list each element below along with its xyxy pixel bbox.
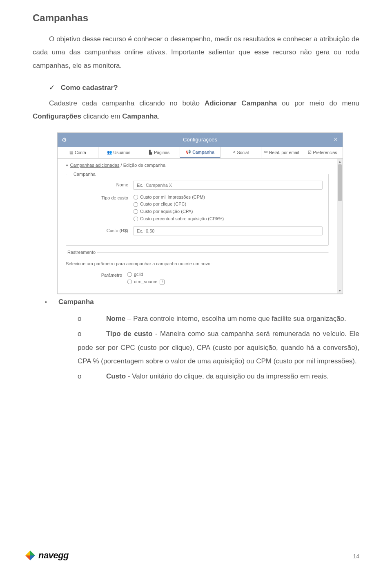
mail-icon: ✉ <box>264 150 267 155</box>
radio-cpa[interactable]: Custo por aquisição (CPA) <box>133 208 323 215</box>
bullet-campanha-title: •Campanha <box>45 298 359 306</box>
check-icon: ✓ <box>49 84 55 92</box>
intro-paragraph: O objetivo desse recurso é conhecer o de… <box>33 33 359 72</box>
campaign-icon: 📢 <box>186 150 191 154</box>
svg-marker-0 <box>30 551 35 555</box>
modal-title: Configurações <box>183 137 217 143</box>
scroll-up-icon[interactable]: ▴ <box>337 159 343 164</box>
tab-conta[interactable]: ▤Conta <box>58 147 98 158</box>
users-icon: 👥 <box>107 150 112 155</box>
gear-icon: ⚙ <box>62 137 67 143</box>
breadcrumb-current: Edição de campanha <box>123 163 165 168</box>
scroll-thumb[interactable] <box>338 164 342 201</box>
svg-marker-3 <box>30 555 35 560</box>
tab-social[interactable]: <Social <box>220 147 261 158</box>
share-icon: < <box>233 150 236 155</box>
page-number: 14 <box>343 552 359 560</box>
breadcrumb-link[interactable]: Campanhas adicionadas <box>70 163 119 168</box>
check-icon: ☑ <box>308 150 312 155</box>
fieldset-campanha: Campanha Nome Tipo de custo Custo por mi… <box>66 172 329 246</box>
label-custo: Custo (R$) <box>72 226 133 233</box>
page-footer: navegg 14 <box>24 550 359 561</box>
radio-cpa-pct[interactable]: Custo percentual sobre aquisição (CPA%) <box>133 215 323 223</box>
legend-rastreamento: Rastreamento <box>66 250 97 255</box>
radio-gclid[interactable]: gclid <box>127 271 329 278</box>
label-tipo: Tipo de custo <box>72 194 133 200</box>
tabs-bar: ▤Conta 👥Usuários ▙Páginas 📢Campanha <Soc… <box>58 147 343 159</box>
label-parametro: Parâmetro <box>66 271 127 278</box>
tab-paginas[interactable]: ▙Páginas <box>139 147 180 158</box>
tracking-hint: Selecione um parâmetro para acompanhar a… <box>66 261 329 266</box>
sub-tipo: oTipo de custo - Maneira como sua campan… <box>78 327 359 367</box>
tab-preferencias[interactable]: ☑Preferencias <box>302 147 343 158</box>
breadcrumb: +Campanhas adicionadas / Edição de campa… <box>66 163 329 168</box>
logo-icon <box>24 550 36 561</box>
radio-utm-source[interactable]: utm_sourcei <box>127 278 329 286</box>
radio-cpm[interactable]: Custo por mil impressões (CPM) <box>133 194 323 201</box>
svg-marker-2 <box>25 555 30 560</box>
input-custo[interactable] <box>133 226 323 235</box>
brand-logo: navegg <box>24 550 69 561</box>
tab-usuarios[interactable]: 👥Usuários <box>98 147 139 158</box>
page-heading: Campanhas <box>33 12 359 24</box>
fieldset-rastreamento: Rastreamento Selecione um parâmetro para… <box>66 250 329 285</box>
sub-nome: oNome – Para controle interno, escolha u… <box>78 312 359 325</box>
tab-relat[interactable]: ✉Relat. por email <box>261 147 302 158</box>
radio-cpc[interactable]: Custo por clique (CPC) <box>133 201 323 208</box>
svg-marker-1 <box>25 551 30 555</box>
scrollbar[interactable]: ▴ ▾ <box>337 159 343 294</box>
pages-icon: ▙ <box>149 150 152 155</box>
config-screenshot: ⚙ Configurações × ▤Conta 👥Usuários ▙Pági… <box>57 132 343 294</box>
scroll-down-icon[interactable]: ▾ <box>337 288 343 293</box>
input-nome[interactable] <box>133 181 323 190</box>
modal-header: ⚙ Configurações × <box>58 133 343 147</box>
legend-campanha: Campanha <box>72 172 97 177</box>
tab-campanha[interactable]: 📢Campanha <box>180 147 221 158</box>
close-icon[interactable]: × <box>333 135 338 144</box>
sub-custo: oCusto - Valor unitário do clique, da aq… <box>78 369 359 383</box>
info-icon[interactable]: i <box>160 280 165 284</box>
plus-icon: + <box>66 163 68 168</box>
howto-title: ✓ Como cadastrar? <box>49 81 359 94</box>
card-icon: ▤ <box>69 150 73 155</box>
howto-paragraph: Cadastre cada campanha clicando no botão… <box>33 97 359 123</box>
label-nome: Nome <box>72 181 133 187</box>
brand-text: navegg <box>38 550 69 561</box>
